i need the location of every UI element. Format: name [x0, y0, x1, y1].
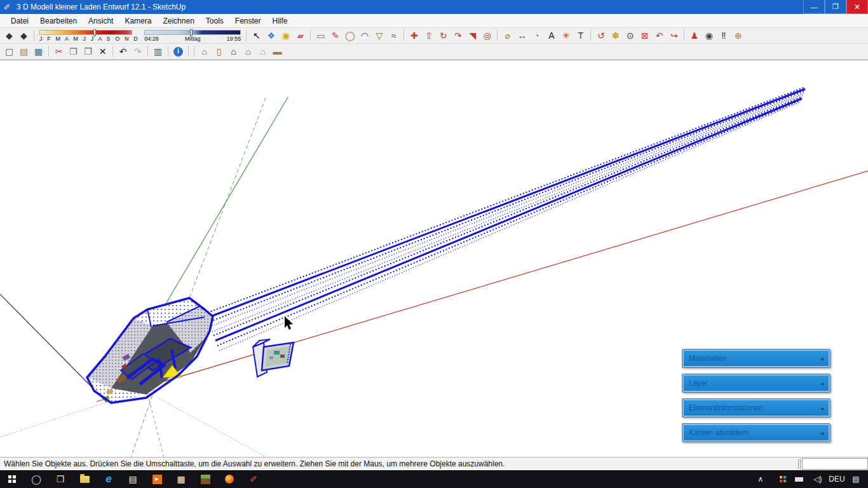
zoom-tool-icon[interactable]: ⊙	[623, 29, 637, 43]
select-tool-icon[interactable]: ↖	[249, 29, 264, 43]
delete-icon[interactable]: ✕	[95, 45, 110, 58]
media-app-icon[interactable]: ▶	[145, 470, 169, 488]
menu-zeichnen[interactable]: Zeichnen	[157, 14, 200, 27]
shadow-time-widget: 04:28 Mittag 19:55	[144, 30, 241, 42]
open-file-icon[interactable]: ▤	[17, 45, 31, 58]
paste-icon[interactable]: ❒	[81, 45, 95, 58]
menu-hilfe[interactable]: Hilfe	[267, 14, 294, 27]
rectangle-tool-icon[interactable]: ▭	[313, 29, 328, 43]
scale-tool-icon[interactable]: ◥	[465, 29, 480, 43]
move-tool-icon[interactable]: ✚	[407, 29, 421, 43]
new-file-icon[interactable]: ▢	[2, 45, 17, 58]
task-view-button[interactable]: ❐	[48, 470, 72, 488]
toolbar-separator	[403, 29, 404, 41]
position-camera-icon[interactable]: ♟	[687, 29, 702, 43]
menu-datei[interactable]: Datei	[5, 14, 34, 27]
start-button[interactable]	[0, 470, 24, 488]
battery-icon[interactable]	[789, 470, 808, 488]
eraser-tool-icon[interactable]: ▰	[293, 29, 308, 43]
menu-fenster[interactable]: Fenster	[229, 14, 267, 27]
push-pull-tool-icon[interactable]: ⇧	[421, 29, 436, 43]
volume-icon[interactable]: ◁)	[808, 470, 827, 488]
menu-kamera[interactable]: Kamera	[119, 14, 157, 27]
protractor-tool-icon[interactable]: ◔	[529, 29, 544, 43]
dimension-tool-icon[interactable]: ↔	[515, 29, 529, 43]
entity-info-panel-header[interactable]: Elementinformationen ◂	[682, 398, 831, 417]
selection-beams	[208, 87, 805, 351]
file-explorer-icon[interactable]	[72, 470, 97, 488]
view-top-icon[interactable]: ▬	[270, 45, 285, 58]
axes-tool-icon[interactable]: ✳	[559, 29, 573, 43]
menu-bearbeiten[interactable]: Bearbeiten	[34, 14, 83, 27]
toolbar-separator	[147, 46, 148, 57]
line-tool-icon[interactable]: ✎	[328, 29, 342, 43]
3d-text-tool-icon[interactable]: T	[573, 29, 588, 43]
shadow-date-slider[interactable]	[39, 30, 132, 35]
undo-icon[interactable]: ↶	[116, 45, 130, 58]
view-back-icon[interactable]: ⌂	[241, 45, 255, 58]
warehouse-get-models-icon[interactable]: ◆	[2, 29, 17, 43]
guide-lines	[0, 98, 267, 458]
view-right-icon[interactable]: ▯	[212, 45, 226, 58]
view-left-icon[interactable]: ⌂	[255, 45, 270, 58]
materials-panel-header[interactable]: Materialien ◂	[682, 349, 831, 368]
orbit-tool-icon[interactable]: ↺	[593, 29, 608, 43]
text-tool-icon[interactable]: A	[544, 29, 559, 43]
measurement-input[interactable]	[802, 458, 868, 470]
menu-tools[interactable]: Tools	[200, 14, 229, 27]
date-slider-thumb[interactable]	[93, 29, 96, 36]
shadow-time-slider[interactable]	[144, 30, 241, 35]
copy-icon[interactable]: ❐	[66, 45, 81, 58]
sketchup-taskbar-icon[interactable]: ✐	[241, 470, 266, 488]
layers-panel-header[interactable]: Layer ◂	[682, 374, 831, 393]
windows-store-icon[interactable]: ▤	[121, 470, 145, 488]
previous-view-icon[interactable]: ↶	[652, 29, 667, 43]
soften-edges-panel-header[interactable]: Kanten abmildern ◂	[682, 423, 831, 442]
language-indicator[interactable]: DEU	[827, 470, 846, 488]
view-front-icon[interactable]: ⌂	[226, 45, 241, 58]
toolbar-separator	[112, 46, 113, 57]
paint-bucket-icon[interactable]: ◉	[278, 29, 293, 43]
edge-browser-icon[interactable]: e	[97, 470, 121, 488]
minecraft-icon[interactable]	[193, 470, 217, 488]
vcb-resize-grip[interactable]	[798, 459, 801, 469]
cursor-arrow	[285, 316, 293, 330]
tray-chevron-icon[interactable]: ∧	[751, 470, 770, 488]
menu-ansicht[interactable]: Ansicht	[83, 14, 119, 27]
tape-measure-icon[interactable]: ⌀	[500, 29, 515, 43]
next-view-icon[interactable]: ↪	[667, 29, 681, 43]
walk-tool-icon[interactable]: ‼	[716, 29, 731, 43]
freehand-tool-icon[interactable]: ≈	[386, 29, 401, 43]
action-center-icon[interactable]: ▤	[846, 470, 865, 488]
minimize-button[interactable]: —	[803, 0, 825, 14]
warehouse-share-model-icon[interactable]: ◆	[17, 29, 31, 43]
offset-tool-icon[interactable]: ◎	[480, 29, 494, 43]
maximize-button[interactable]: ❐	[825, 0, 846, 14]
toolbar-separator	[497, 29, 498, 41]
cortana-search-button[interactable]: ◯	[24, 470, 48, 488]
firefox-icon[interactable]	[217, 470, 241, 488]
tray-app-icon[interactable]	[770, 470, 789, 488]
close-button[interactable]: ✕	[846, 0, 868, 14]
circle-tool-icon[interactable]: ◯	[342, 29, 357, 43]
month-labels: J F M A M J J A S O N D	[39, 36, 139, 42]
zoom-extents-icon[interactable]: ⊠	[637, 29, 652, 43]
redo-icon[interactable]: ↷	[130, 45, 145, 58]
time-slider-thumb[interactable]	[190, 29, 193, 36]
cut-icon[interactable]: ✂	[51, 45, 66, 58]
arc-tool-icon[interactable]: ◠	[357, 29, 372, 43]
model-viewport[interactable]: Materialien ◂ Layer ◂ Elementinformation…	[0, 60, 868, 457]
look-around-icon[interactable]: ◉	[702, 29, 716, 43]
print-icon[interactable]: ▥	[151, 45, 165, 58]
view-iso-icon[interactable]: ⌂	[197, 45, 212, 58]
polygon-tool-icon[interactable]: ▽	[372, 29, 386, 43]
model-info-icon[interactable]: i	[171, 45, 186, 58]
make-component-icon[interactable]: ❖	[264, 29, 278, 43]
calculator-icon[interactable]: ▦	[169, 470, 193, 488]
follow-me-tool-icon[interactable]: ↷	[451, 29, 465, 43]
section-plane-icon[interactable]: ⊕	[731, 29, 745, 43]
pan-tool-icon[interactable]: ✽	[608, 29, 623, 43]
save-file-icon[interactable]: ▦	[31, 45, 46, 58]
rotate-tool-icon[interactable]: ↻	[436, 29, 451, 43]
panel-collapse-arrow-icon: ◂	[820, 380, 824, 387]
